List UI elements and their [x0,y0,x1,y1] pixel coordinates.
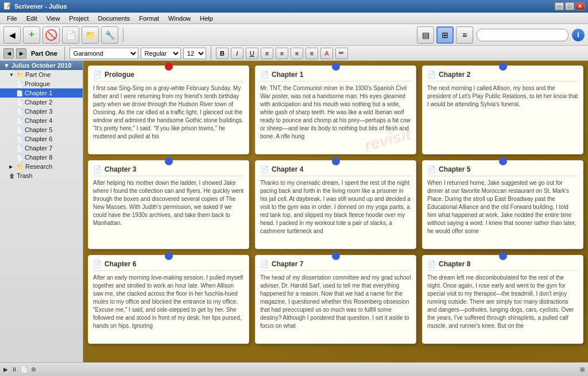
sidebar-item-part-one[interactable]: ▼ 📁 Part One [0,70,83,79]
font-select[interactable]: Garamond [69,48,138,59]
card-text-prologue: I first saw Sing-Sing on a gray-white Fe… [93,84,244,141]
sidebar-label-prologue: Prologue [25,80,50,87]
sidebar-item-chapter3[interactable]: 📄 Chapter 3 [0,107,83,116]
card-text-chapter3: After helping his mother down the ladder… [93,179,244,227]
status-grid[interactable]: ⊞ [580,366,585,373]
menu-item-edit[interactable]: Edit [22,14,42,23]
sidebar-item-chapter5[interactable]: 📄 Chapter 5 [0,125,83,134]
card-chapter2[interactable]: 📄 Chapter 2 The next morning I called Al… [422,65,583,154]
view-btn-2[interactable]: ⊞ [436,26,454,44]
card-chapter3[interactable]: 📄 Chapter 3 After helping his mother dow… [88,160,249,249]
underline-button[interactable]: U [246,48,258,59]
sidebar-project-title: Julius October 2010 [11,62,72,69]
align-right-button[interactable]: ≡ [291,48,303,59]
menu-item-documents[interactable]: Documents [94,14,135,23]
view-btn-1[interactable]: ▤ [417,26,434,44]
view-btn-3[interactable]: ≡ [456,26,473,44]
style-select[interactable]: Regular [141,48,181,59]
italic-button[interactable]: I [231,48,243,59]
card-text-chapter6: After an early morning love-making sessi… [93,274,244,330]
menu-item-help[interactable]: Help [195,14,218,23]
info-button[interactable]: i [572,29,585,41]
sidebar-label-chapter7: Chapter 7 [25,145,52,152]
status-pause[interactable]: ⏸ [11,366,17,373]
card-header-chapter8: 📄 Chapter 8 [427,260,578,271]
align-center-button[interactable]: ≡ [276,48,288,59]
card-chapter6[interactable]: 📄 Chapter 6 After an early morning love-… [88,255,249,344]
delete-button[interactable]: 🚫 [42,26,60,44]
card-text-chapter4: Thanks to my cinematic dream, I spent th… [260,179,411,235]
card-title-chapter3: Chapter 3 [105,165,136,173]
status-gear[interactable]: ⚙ [31,366,36,373]
doc-icon: 📄 [16,145,23,152]
card-header-chapter6: 📄 Chapter 6 [93,260,244,271]
card-chapter1[interactable]: 📄 Chapter 1 Mr. TNT, the Communist miner… [255,65,416,154]
card-doc-icon-chapter5: 📄 [427,165,436,173]
menu-item-window[interactable]: Window [164,14,195,23]
card-chapter4[interactable]: 📄 Chapter 4 Thanks to my cinematic dream… [255,160,416,249]
card-header-chapter5: 📄 Chapter 5 [427,165,578,176]
status-play[interactable]: ▶ [3,366,8,373]
minimize-button[interactable]: ─ [555,2,564,10]
card-title-prologue: Prologue [105,71,134,79]
doc-button[interactable]: 📄 [62,26,79,44]
align-left-button[interactable]: ≡ [261,48,273,59]
status-doc[interactable]: 📄 [21,366,28,373]
size-select[interactable]: 12 [183,48,206,59]
card-pin-chapter3 [165,157,173,165]
card-doc-icon-chapter3: 📄 [93,165,102,173]
card-doc-icon-prologue: 📄 [93,71,102,79]
sidebar-label-chapter2: Chapter 2 [25,99,52,106]
menu-item-format[interactable]: Format [134,14,164,23]
card-chapter5[interactable]: 📄 Chapter 5 When I returned home, Jake s… [422,160,583,249]
nav-back-button[interactable]: ◀ [3,48,14,59]
card-header-chapter1: 📄 Chapter 1 [260,71,411,82]
sidebar-item-research[interactable]: ▶ 📁 Research [0,162,83,171]
nav-forward-button[interactable]: ▶ [16,48,26,59]
card-header-chapter7: 📄 Chapter 7 [260,260,411,271]
sidebar-item-chapter4[interactable]: 📄 Chapter 4 [0,116,83,125]
menu-item-project[interactable]: Project [64,14,93,23]
doc-icon: 📄 [16,108,23,115]
close-button[interactable]: ✕ [575,2,585,10]
toolbar-right: ▤ ⊞ ≡ i [417,26,585,44]
bold-button[interactable]: B [216,48,229,59]
sidebar-header: ▼ Julius October 2010 [0,61,83,70]
card-header-chapter2: 📄 Chapter 2 [427,71,578,82]
app-icon: 📝 [3,2,11,10]
color-button[interactable]: A [320,48,333,59]
card-title-chapter7: Chapter 7 [272,260,303,268]
add-button[interactable]: + [23,26,40,44]
sidebar-label-trash: Trash [17,172,33,179]
back-button[interactable]: ◀ [3,26,21,44]
card-chapter7[interactable]: 📄 Chapter 7 The head of my dissertation … [255,255,416,344]
card-text-chapter7: The head of my dissertation committee an… [260,274,411,330]
search-input[interactable] [477,29,568,41]
sidebar-item-chapter7[interactable]: 📄 Chapter 7 [0,144,83,153]
sidebar-item-prologue[interactable]: 📄 Prologue [0,79,83,88]
align-justify-button[interactable]: ≡ [305,48,318,59]
menu-item-file[interactable]: File [2,14,22,23]
sidebar-item-chapter1[interactable]: 📄 Chapter 1 [0,88,83,98]
sidebar-item-trash[interactable]: 🗑 Trash [0,171,83,180]
highlight-button[interactable]: ✏ [335,48,348,59]
sidebar-item-chapter2[interactable]: 📄 Chapter 2 [0,98,83,107]
sidebar-item-chapter8[interactable]: 📄 Chapter 8 [0,153,83,162]
doc-icon: 📄 [16,136,23,142]
card-doc-icon-chapter2: 📄 [427,71,436,79]
maximize-button[interactable]: □ [565,2,574,10]
sidebar-item-chapter6[interactable]: 📄 Chapter 6 [0,134,83,144]
card-prologue[interactable]: 📄 Prologue I first saw Sing-Sing on a gr… [88,65,249,154]
card-chapter8[interactable]: 📄 Chapter 8 The dream left me discombobu… [422,255,583,344]
card-header-prologue: 📄 Prologue [93,71,244,82]
main-layout: ▼ Julius October 2010 ▼ 📁 Part One 📄 Pro… [0,61,588,362]
settings-button[interactable]: 🔧 [101,26,118,44]
separator3 [211,46,211,60]
title-bar: 📝 Scrivener - Julius ─ □ ✕ [0,0,588,13]
card-title-chapter2: Chapter 2 [439,71,470,79]
menu-item-view[interactable]: View [42,14,65,23]
card-header-chapter4: 📄 Chapter 4 [260,165,411,176]
card-text-chapter8: The dream left me discombobulated for th… [427,274,578,330]
card-title-chapter6: Chapter 6 [105,260,136,268]
folder-button[interactable]: 📁 [82,26,99,44]
